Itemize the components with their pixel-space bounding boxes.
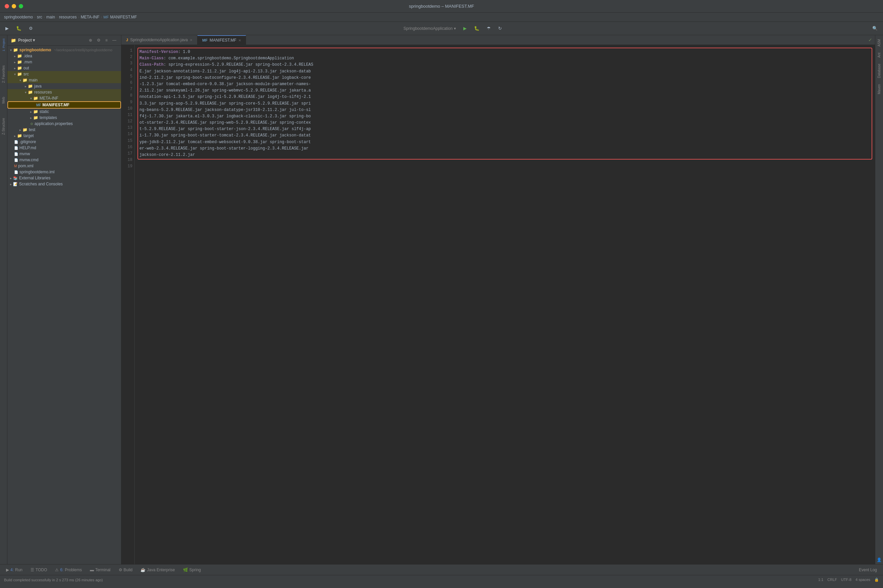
right-tab-ant[interactable]: Ant bbox=[876, 50, 882, 60]
line-num-16: 16 bbox=[123, 144, 132, 150]
left-tab-project[interactable]: 1: Project bbox=[1, 36, 6, 53]
breadcrumb-item-6[interactable]: MF MANIFEST.MF bbox=[103, 15, 137, 20]
bottom-tab-javaenterprise[interactable]: ☕ Java Enterprise bbox=[137, 566, 178, 574]
build-button[interactable]: ⚙ bbox=[26, 24, 36, 32]
tree-item-resources[interactable]: 📁 resources bbox=[7, 89, 121, 95]
right-tab-database[interactable]: Database bbox=[876, 61, 882, 81]
breadcrumb-item-5[interactable]: META-INF bbox=[81, 15, 100, 20]
statusbar-encoding[interactable]: UTF-8 bbox=[841, 578, 852, 582]
breadcrumb-item-2[interactable]: src bbox=[37, 15, 42, 20]
project-settings-btn[interactable]: ⚙ bbox=[96, 37, 102, 43]
tree-item-src[interactable]: 📁 src bbox=[7, 71, 121, 77]
tree-item-mvnw[interactable]: 📄 mvnw bbox=[7, 151, 121, 157]
file-icon-pomxml: M bbox=[14, 164, 17, 168]
bottom-tab-todo[interactable]: ☰ TODO bbox=[27, 566, 50, 574]
close-tab-springbootdemo[interactable]: ✕ bbox=[190, 38, 192, 42]
code-editor[interactable]: Manifest-Version: 1.0 Main-Class: com.ex… bbox=[135, 45, 875, 564]
file-icon-iml: 📄 bbox=[14, 170, 18, 174]
right-tab-maven[interactable]: Maven bbox=[876, 81, 882, 97]
line-num-2: 2 bbox=[123, 54, 132, 60]
tree-item-root[interactable]: 📁 springbootdemo ~/workspace/intellij/sp… bbox=[7, 47, 121, 53]
java-icon: J bbox=[126, 38, 128, 42]
run-num: 4: bbox=[10, 567, 14, 572]
line-num-9: 9 bbox=[123, 99, 132, 106]
tree-item-pomxml[interactable]: M pom.xml bbox=[7, 163, 121, 169]
project-hide-btn[interactable]: — bbox=[111, 37, 118, 43]
manifest-icon: MF bbox=[202, 38, 207, 42]
tab-manifest[interactable]: MF MANIFEST.MF ✕ bbox=[198, 35, 246, 45]
line-num-4: 4 bbox=[123, 67, 132, 74]
breadcrumb-item-3[interactable]: main bbox=[46, 15, 55, 20]
line-num-5: 5 bbox=[123, 74, 132, 80]
debug-button[interactable]: 🐛 bbox=[13, 24, 24, 32]
tree-item-templates[interactable]: 📁 templates bbox=[7, 115, 121, 121]
run-button[interactable]: ▶ bbox=[3, 24, 11, 32]
eventlog-label: Event Log bbox=[859, 567, 877, 572]
tree-item-extlib[interactable]: 📚 External Libraries bbox=[7, 175, 121, 181]
bottom-tab-terminal[interactable]: ▬ Terminal bbox=[87, 566, 114, 574]
tree-item-mvn[interactable]: 📁 .mvn bbox=[7, 59, 121, 65]
tree-item-target[interactable]: 📁 target bbox=[7, 133, 121, 139]
coverage-button[interactable]: ☂ bbox=[484, 24, 493, 32]
minimize-button[interactable] bbox=[12, 4, 16, 8]
left-tab-structure[interactable]: Z-Structure bbox=[1, 116, 6, 137]
code-line-18 bbox=[139, 160, 871, 166]
refresh-button[interactable]: ↻ bbox=[495, 24, 505, 32]
code-line-2: Main-Class: com.example.springbootdemo.S… bbox=[139, 56, 870, 62]
bottom-tab-problems[interactable]: ⚠ 6: Problems bbox=[52, 566, 85, 574]
statusbar-lock-icon: 🔒 bbox=[874, 578, 879, 582]
line-num-10: 10 bbox=[123, 106, 132, 112]
tree-item-mvnwcmd[interactable]: 📄 mvnw.cmd bbox=[7, 157, 121, 163]
play-button[interactable]: ▶ bbox=[460, 24, 469, 32]
left-tab-favorites[interactable]: 2: Favorites bbox=[1, 63, 6, 85]
tree-item-test[interactable]: 📁 test bbox=[7, 127, 121, 133]
label-gitignore: .gitignore bbox=[19, 140, 36, 144]
line-num-6: 6 bbox=[123, 80, 132, 86]
tree-item-idea[interactable]: 📁 .idea bbox=[7, 53, 121, 59]
left-tab-web[interactable]: Web bbox=[1, 95, 6, 106]
search-button[interactable]: 🔍 bbox=[870, 24, 880, 32]
folder-icon-idea: 📁 bbox=[17, 54, 22, 58]
maximize-button[interactable] bbox=[19, 4, 23, 8]
right-tab-asm[interactable]: ASM bbox=[876, 36, 882, 49]
close-button[interactable] bbox=[5, 4, 9, 8]
breadcrumb-item-4[interactable]: resources bbox=[59, 15, 77, 20]
run-config-label[interactable]: SpringbootdemoApplication ▾ bbox=[400, 26, 458, 31]
tree-item-gitignore[interactable]: 📄 .gitignore bbox=[7, 139, 121, 145]
label-extlib: External Libraries bbox=[19, 176, 50, 180]
tree-item-helpmd[interactable]: 📄 HELP.md bbox=[7, 145, 121, 151]
tree-item-main[interactable]: 📁 main bbox=[7, 77, 121, 83]
tree-item-iml[interactable]: 📄 springbootdemo.iml bbox=[7, 169, 121, 175]
statusbar-crlf[interactable]: CRLF bbox=[828, 578, 837, 582]
line-num-17: 17 bbox=[123, 150, 132, 157]
tab-springbootdemo[interactable]: J SpringbootdemoApplication.java ✕ bbox=[121, 35, 198, 45]
bottom-tab-spring[interactable]: 🌿 Spring bbox=[180, 566, 204, 574]
tree-item-out[interactable]: 📁 out bbox=[7, 65, 121, 71]
breadcrumb-item-1[interactable]: springbootdemo bbox=[4, 15, 33, 20]
folder-icon-metainf: 📁 bbox=[33, 96, 38, 100]
tree-item-java[interactable]: 📁 java bbox=[7, 83, 121, 89]
debug2-button[interactable]: 🐛 bbox=[471, 24, 482, 32]
tree-item-appprops[interactable]: ⚙ application.properties bbox=[7, 121, 121, 127]
close-tab-manifest[interactable]: ✕ bbox=[238, 39, 241, 42]
bottom-tab-build[interactable]: ⚙ Build bbox=[115, 566, 136, 574]
tree-item-scratches[interactable]: 📝 Scratches and Consoles bbox=[7, 181, 121, 187]
folder-icon-java: 📁 bbox=[28, 84, 33, 88]
tree-item-manifest[interactable]: MF MANIFEST.MF bbox=[7, 101, 121, 109]
bottom-tab-eventlog[interactable]: Event Log bbox=[856, 566, 880, 574]
arrow-src bbox=[14, 72, 16, 76]
arrow-out bbox=[14, 66, 16, 70]
statusbar-position[interactable]: 1:1 bbox=[818, 578, 823, 582]
project-panel: 📁 Project ▾ ⊕ ⚙ ≡ — 📁 springbootdemo ~/w… bbox=[7, 35, 121, 564]
folder-icon-main: 📁 bbox=[22, 78, 27, 82]
project-collapse-btn[interactable]: ≡ bbox=[104, 37, 109, 43]
project-scope-btn[interactable]: ⊕ bbox=[87, 37, 93, 43]
line-num-11: 11 bbox=[123, 112, 132, 118]
bottom-tab-run[interactable]: ▶ 4: Run bbox=[3, 566, 26, 574]
statusbar-indent[interactable]: 4 spaces bbox=[856, 578, 870, 582]
code-line-7: 2.11.2.jar snakeyaml-1.26.jar spring-web… bbox=[139, 87, 870, 94]
right-sidebar-icon[interactable]: 👤 bbox=[877, 558, 882, 562]
arrow-target bbox=[14, 134, 16, 138]
tree-item-static[interactable]: 📁 static bbox=[7, 109, 121, 115]
tree-item-metainf[interactable]: 📁 META-INF bbox=[7, 95, 121, 101]
